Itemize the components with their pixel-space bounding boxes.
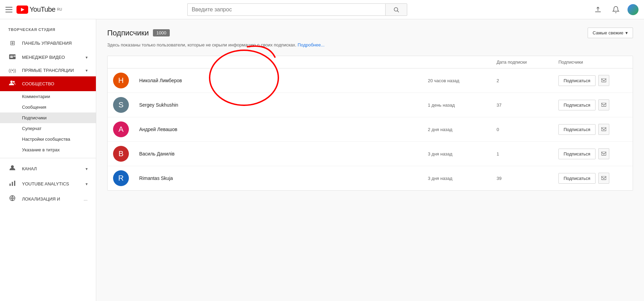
sidebar-sub-item-superchat[interactable]: Суперчат [0, 123, 96, 134]
sidebar-sub-item-subscribers[interactable]: Подписчики [0, 112, 96, 123]
youtube-logo-icon [16, 6, 28, 14]
subscription-date: 1 день назад [428, 103, 497, 108]
subscriber-count-badge: 1000 [153, 29, 170, 36]
menu-icon[interactable] [5, 7, 12, 12]
sidebar-item-channel[interactable]: КАНАЛ ▾ [0, 161, 96, 176]
subscriber-count: 39 [497, 176, 558, 181]
message-button[interactable] [598, 99, 609, 110]
sort-button[interactable]: Самые свежие ▾ [588, 28, 633, 38]
user-avatar-cell: S [113, 97, 134, 113]
subscribers-table: Дата подписки Подписчики ННиколай Лимбер… [107, 56, 633, 191]
search-input[interactable] [187, 3, 385, 16]
subscribe-button[interactable]: Подписаться [558, 124, 596, 135]
user-name[interactable]: Николай Лимберов [134, 78, 428, 83]
logo-suffix: RU [57, 8, 62, 11]
subscribe-button[interactable]: Подписаться [558, 75, 596, 86]
dashboard-icon: ⊞ [8, 39, 16, 47]
user-name[interactable]: Sergey Sukhushin [134, 102, 428, 108]
header: YouTubeRU [0, 0, 644, 19]
message-button[interactable] [598, 75, 609, 86]
localization-icon [8, 195, 16, 203]
subscriber-count: 2 [497, 78, 558, 83]
avatar[interactable]: В [113, 146, 129, 162]
user-name[interactable]: Rimantas Skuja [134, 175, 428, 181]
sidebar-item-dashboard[interactable]: ⊞ ПАНЕЛЬ УПРАВЛЕНИЯ [0, 36, 96, 50]
logo[interactable]: YouTubeRU [16, 6, 62, 14]
sidebar-section-title: ТВОРЧЕСКАЯ СТУДИЯ [0, 25, 96, 36]
sidebar-item-localization[interactable]: ЛОКАЛИЗАЦИЯ И … [0, 191, 96, 207]
page-title-area: Подписчики 1000 [107, 29, 170, 37]
message-button[interactable] [598, 173, 609, 184]
info-link[interactable]: Подробнее... [298, 42, 324, 47]
svg-point-11 [11, 165, 14, 168]
upload-icon[interactable] [592, 3, 604, 16]
table-row: ААндрей Левашов2 дня назад0Подписаться [108, 117, 633, 142]
svg-rect-18 [601, 78, 606, 82]
divider [0, 158, 96, 158]
community-icon [8, 80, 16, 88]
user-name[interactable]: Василь Данилів [134, 151, 428, 157]
sidebar-sub-item-comments[interactable]: Комментарии [0, 91, 96, 102]
sidebar-item-label: ЛОКАЛИЗАЦИЯ И [22, 196, 60, 202]
message-button[interactable] [598, 148, 609, 159]
video-icon [8, 54, 16, 61]
avatar[interactable]: А [113, 121, 129, 137]
svg-rect-14 [14, 181, 15, 186]
message-button[interactable] [598, 124, 609, 135]
channel-icon [8, 164, 16, 173]
subscribe-button[interactable]: Подписаться [558, 173, 596, 184]
subscribe-button[interactable]: Подписаться [558, 149, 596, 159]
col-actions: Подписчики [558, 60, 627, 65]
sidebar-item-label: КАНАЛ [22, 166, 37, 171]
sidebar-item-label: ПАНЕЛЬ УПРАВЛЕНИЯ [22, 41, 72, 46]
user-avatar-cell: Н [113, 73, 134, 88]
col-avatar [113, 60, 134, 65]
svg-rect-20 [601, 127, 606, 131]
logo-text: YouTube [30, 6, 55, 13]
sidebar-item-label: ПРЯМЫЕ ТРАНСЛЯЦИИ [22, 68, 74, 73]
table-row: ННиколай Лимберов20 часов назад2Подписат… [108, 68, 633, 93]
main-content: Подписчики 1000 Самые свежие ▾ Здесь пок… [96, 19, 644, 301]
chevron-down-icon: … [84, 197, 88, 202]
svg-rect-22 [601, 176, 606, 180]
sidebar-item-video[interactable]: МЕНЕДЖЕР ВИДЕО ▾ [0, 50, 96, 64]
svg-line-3 [397, 11, 399, 12]
chevron-down-icon: ▾ [86, 182, 88, 186]
user-avatar[interactable] [628, 4, 639, 15]
sidebar-item-live[interactable]: ((•)) ПРЯМЫЕ ТРАНСЛЯЦИИ ▾ [0, 64, 96, 76]
subscriber-count: 0 [497, 127, 558, 132]
actions-cell: Подписаться [558, 75, 627, 86]
actions-cell: Подписаться [558, 148, 627, 159]
subscriber-count: 37 [497, 103, 558, 108]
sidebar-sub-item-credits[interactable]: Указание в титрах [0, 144, 96, 155]
subscribe-button[interactable]: Подписаться [558, 100, 596, 110]
avatar[interactable]: S [113, 97, 129, 113]
svg-rect-19 [601, 103, 606, 106]
subscriber-count: 1 [497, 151, 558, 157]
actions-cell: Подписаться [558, 99, 627, 110]
svg-rect-21 [601, 152, 606, 155]
search-button[interactable] [385, 3, 407, 16]
sidebar-item-community[interactable]: СООБЩЕСТВО [0, 76, 96, 91]
subscription-date: 3 дня назад [428, 176, 497, 181]
sort-arrow-icon: ▾ [625, 30, 628, 35]
table-row: ВВасиль Данилів3 дня назад1Подписаться [108, 142, 633, 166]
sidebar-sub-item-messages[interactable]: Сообщения [0, 102, 96, 112]
notifications-icon[interactable] [610, 3, 622, 16]
search-icon [393, 7, 399, 13]
analytics-icon [8, 180, 16, 188]
sidebar: ТВОРЧЕСКАЯ СТУДИЯ ⊞ ПАНЕЛЬ УПРАВЛЕНИЯ МЕ… [0, 19, 96, 301]
table-row: SSergey Sukhushin1 день назад37Подписать… [108, 93, 633, 117]
actions-cell: Подписаться [558, 124, 627, 135]
avatar[interactable]: Н [113, 73, 129, 88]
col-date [428, 60, 497, 65]
sidebar-item-analytics[interactable]: YOUTUBE ANALYTICS ▾ [0, 176, 96, 191]
page-title: Подписчики [107, 29, 149, 37]
page-header: Подписчики 1000 Самые свежие ▾ [107, 28, 633, 38]
user-avatar-cell: В [113, 146, 134, 162]
svg-point-2 [394, 8, 398, 11]
svg-rect-8 [9, 56, 16, 57]
avatar[interactable]: R [113, 170, 129, 186]
user-name[interactable]: Андрей Левашов [134, 127, 428, 132]
sidebar-sub-item-community-settings[interactable]: Настройки сообщества [0, 134, 96, 144]
